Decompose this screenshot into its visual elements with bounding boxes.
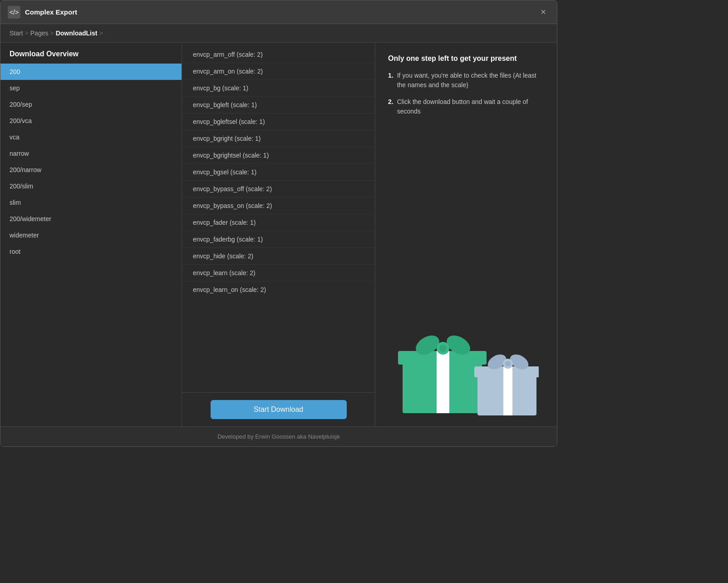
- gift-illustration: [388, 308, 544, 415]
- file-item: envcp_bgleft (scale: 1): [182, 97, 375, 114]
- file-item: envcp_bypass_on (scale: 2): [182, 198, 375, 214]
- file-item: envcp_learn_on (scale: 2): [182, 282, 375, 298]
- start-download-button[interactable]: Start Download: [211, 400, 347, 419]
- breadcrumb-sep-1: >: [25, 30, 29, 37]
- breadcrumb: Start > Pages > DownloadList >: [0, 24, 557, 43]
- instruction-2-num: 2.: [388, 97, 394, 116]
- sidebar-list: 200sep200/sep200/vcavcanarrow200/narrow2…: [0, 64, 182, 426]
- sidebar-item-200-narrow[interactable]: 200/narrow: [0, 162, 182, 178]
- app-icon: </>: [8, 6, 20, 19]
- title-bar-left: </> Complex Export: [8, 6, 77, 19]
- breadcrumb-sep-3: >: [99, 30, 103, 37]
- sidebar-item-narrow[interactable]: narrow: [0, 145, 182, 162]
- svg-rect-10: [503, 375, 512, 415]
- title-bar: </> Complex Export ×: [0, 0, 557, 24]
- file-list: envcp_arm_off (scale: 2)envcp_arm_on (sc…: [182, 43, 375, 392]
- close-button[interactable]: ×: [537, 5, 550, 19]
- app-title: Complex Export: [25, 8, 77, 16]
- file-item: envcp_bg (scale: 1): [182, 80, 375, 97]
- footer-text: Developed by Erwin Goossen aka Navelplui…: [217, 433, 340, 440]
- sidebar-item-slim[interactable]: slim: [0, 194, 182, 211]
- panel-header: Download Overview: [0, 43, 182, 64]
- instruction-2: 2. Click the download button and wait a …: [388, 97, 544, 116]
- file-item: envcp_bgsel (scale: 1): [182, 164, 375, 181]
- footer: Developed by Erwin Goossen aka Navelplui…: [0, 426, 557, 446]
- sidebar-item-sep[interactable]: sep: [0, 80, 182, 96]
- svg-rect-2: [437, 361, 449, 413]
- sidebar-item-200-slim[interactable]: 200/slim: [0, 178, 182, 194]
- file-item: envcp_bgleftsel (scale: 1): [182, 114, 375, 130]
- sidebar-item-200-sep[interactable]: 200/sep: [0, 96, 182, 113]
- right-panel: Only one step left to get your present 1…: [375, 43, 557, 426]
- breadcrumb-sep-2: >: [50, 30, 54, 37]
- instruction-1: 1. If you want, you're able to check the…: [388, 71, 544, 90]
- sidebar-item-root[interactable]: root: [0, 243, 182, 260]
- left-panel: Download Overview 200sep200/sep200/vcavc…: [0, 43, 182, 426]
- middle-panel: envcp_arm_off (scale: 2)envcp_arm_on (sc…: [182, 43, 375, 426]
- instruction-1-text: If you want, you're able to check the fi…: [397, 71, 544, 90]
- svg-point-7: [439, 345, 447, 352]
- file-item: envcp_fader (scale: 1): [182, 214, 375, 231]
- file-item: envcp_bgrightsel (scale: 1): [182, 147, 375, 164]
- file-item: envcp_arm_on (scale: 2): [182, 63, 375, 80]
- breadcrumb-start[interactable]: Start: [10, 30, 23, 37]
- sidebar-item-200-vca[interactable]: 200/vca: [0, 113, 182, 129]
- file-item: envcp_arm_off (scale: 2): [182, 46, 375, 63]
- sidebar-item-200-widemeter[interactable]: 200/widemeter: [0, 211, 182, 227]
- instructions-list: 1. If you want, you're able to check the…: [388, 71, 544, 116]
- right-panel-title: Only one step left to get your present: [388, 54, 544, 64]
- main-content: Download Overview 200sep200/sep200/vcavc…: [0, 43, 557, 426]
- sidebar-item-widemeter[interactable]: widemeter: [0, 227, 182, 243]
- download-btn-container: Start Download: [182, 392, 375, 426]
- file-item: envcp_bypass_off (scale: 2): [182, 181, 375, 198]
- file-item: envcp_hide (scale: 2): [182, 248, 375, 265]
- file-item: envcp_learn (scale: 2): [182, 265, 375, 282]
- breadcrumb-downloadlist[interactable]: DownloadList: [56, 30, 98, 37]
- breadcrumb-pages[interactable]: Pages: [30, 30, 49, 37]
- svg-point-15: [505, 361, 511, 366]
- sidebar-item-200[interactable]: 200: [0, 64, 182, 80]
- sidebar-item-vca[interactable]: vca: [0, 129, 182, 145]
- file-item: envcp_faderbg (scale: 1): [182, 231, 375, 248]
- instruction-1-num: 1.: [388, 71, 394, 90]
- file-item: envcp_bgright (scale: 1): [182, 130, 375, 147]
- gift-boxes-svg: [394, 316, 539, 415]
- instruction-2-text: Click the download button and wait a cou…: [397, 97, 544, 116]
